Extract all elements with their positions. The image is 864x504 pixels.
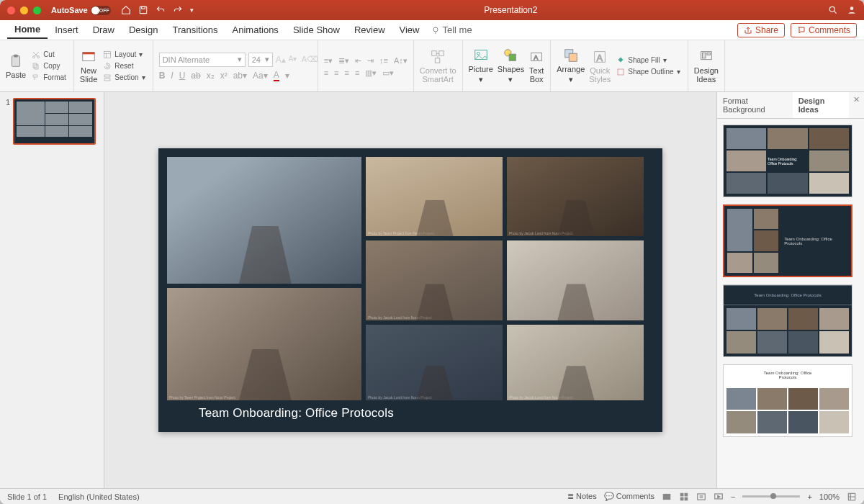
share-button[interactable]: Share: [737, 23, 785, 37]
close-window-button[interactable]: [7, 6, 15, 14]
notes-button[interactable]: ≣ Notes: [567, 492, 597, 501]
photo-meeting[interactable]: Photo by Team Project from Noun Project: [167, 288, 361, 400]
text-box-button[interactable]: A Text Box: [528, 49, 544, 84]
photo-desk-pair[interactable]: Photo by Jacob Lund from Noun Project: [366, 240, 503, 320]
comments-button[interactable]: Comments: [791, 23, 857, 37]
autosave-switch-off[interactable]: [91, 6, 111, 15]
shape-fill-button[interactable]: Shape Fill ▾: [615, 55, 681, 66]
tab-format-background[interactable]: Format Background: [717, 92, 793, 118]
indent-less-icon[interactable]: ⇤: [355, 56, 361, 66]
subscript-icon[interactable]: x₂: [207, 71, 215, 81]
layout-button[interactable]: Layout ▾: [102, 50, 146, 60]
slide-thumbnails-pane[interactable]: 1: [0, 92, 104, 488]
line-spacing-icon[interactable]: ↕≡: [379, 56, 388, 65]
clear-format-icon[interactable]: A⌫: [302, 55, 312, 65]
tab-draw[interactable]: Draw: [86, 22, 122, 38]
design-ideas-list[interactable]: Team Onboarding: Office Protocols Team O…: [717, 119, 864, 488]
tab-design[interactable]: Design: [122, 22, 165, 38]
sorter-view-icon[interactable]: [679, 492, 689, 502]
shapes-button[interactable]: Shapes▾: [498, 48, 524, 84]
copy-button[interactable]: Copy: [30, 61, 68, 71]
account-icon[interactable]: [847, 5, 857, 15]
slide-title[interactable]: Team Onboarding: Office Protocols: [199, 406, 654, 420]
font-name-select[interactable]: DIN Alternate▾: [159, 53, 246, 67]
numbering-icon[interactable]: ≣▾: [338, 56, 349, 66]
slideshow-view-icon[interactable]: [714, 492, 724, 502]
paste-button[interactable]: Paste: [6, 53, 26, 79]
font-size-select[interactable]: 24▾: [248, 53, 273, 67]
tab-home[interactable]: Home: [7, 21, 48, 39]
align-left-icon[interactable]: ≡: [324, 68, 328, 77]
photo-coworking[interactable]: Photo by Jacob Lund from Noun Project: [507, 325, 644, 400]
minimize-window-button[interactable]: [20, 6, 28, 14]
columns-icon[interactable]: ▥▾: [365, 68, 377, 78]
slide-canvas[interactable]: Photo by Team Project from Noun Project …: [104, 92, 716, 488]
tab-slide-show[interactable]: Slide Show: [286, 22, 347, 38]
reset-button[interactable]: Reset: [102, 61, 146, 71]
justify-icon[interactable]: ≡: [355, 68, 359, 77]
photo-presenter[interactable]: [167, 157, 361, 284]
status-language[interactable]: English (United States): [58, 492, 140, 501]
design-idea-3[interactable]: Team Onboarding: Office Protocols: [723, 284, 852, 357]
highlight-icon[interactable]: ab▾: [233, 71, 247, 81]
align-text-icon[interactable]: ▭▾: [382, 68, 394, 78]
autosave-toggle[interactable]: AutoSave: [51, 6, 111, 15]
status-comments-button[interactable]: 💬 Comments: [604, 492, 654, 501]
redo-icon[interactable]: [173, 5, 183, 15]
tab-design-ideas[interactable]: Design Ideas: [793, 92, 849, 118]
text-box-icon: A: [528, 49, 544, 65]
bold-icon[interactable]: B: [159, 71, 166, 81]
undo-icon[interactable]: [156, 5, 166, 15]
cut-button[interactable]: Cut: [30, 50, 68, 60]
zoom-in-icon[interactable]: +: [807, 492, 811, 501]
design-idea-2[interactable]: Team Onboarding: Office Protocols: [723, 204, 852, 277]
text-direction-icon[interactable]: A↕▾: [394, 56, 408, 66]
bullets-icon[interactable]: ≡▾: [324, 56, 333, 66]
grow-font-icon[interactable]: A▴: [276, 55, 286, 65]
new-slide-button[interactable]: New Slide: [80, 49, 97, 84]
photo-laptop-trio[interactable]: [507, 240, 644, 320]
align-center-icon[interactable]: ≡: [334, 68, 338, 77]
normal-view-icon[interactable]: [662, 492, 672, 502]
reading-view-icon[interactable]: [696, 492, 706, 502]
tab-view[interactable]: View: [392, 22, 427, 38]
photo-seated-woman[interactable]: Photo by Team Project from Noun Project: [366, 157, 503, 236]
tab-review[interactable]: Review: [347, 22, 392, 38]
superscript-icon[interactable]: x²: [220, 71, 228, 81]
change-case-icon[interactable]: Aa▾: [253, 71, 268, 81]
underline-icon[interactable]: U: [179, 71, 186, 81]
align-right-icon[interactable]: ≡: [344, 68, 348, 77]
section-button[interactable]: Section ▾: [102, 73, 146, 83]
slide-1[interactable]: Photo by Team Project from Noun Project …: [158, 148, 662, 432]
design-ideas-button[interactable]: Design Ideas: [694, 49, 719, 84]
slide-thumbnail-1[interactable]: 1: [6, 98, 98, 145]
zoom-slider[interactable]: [742, 495, 800, 498]
save-icon[interactable]: [138, 5, 148, 15]
design-idea-4[interactable]: Team Onboarding: Office Protocols: [723, 364, 852, 437]
strike-icon[interactable]: ab: [191, 71, 200, 81]
zoom-level[interactable]: 100%: [819, 492, 840, 501]
format-painter-button[interactable]: Format: [30, 73, 68, 83]
indent-more-icon[interactable]: ⇥: [367, 56, 374, 66]
home-icon[interactable]: [121, 5, 131, 15]
zoom-out-icon[interactable]: −: [731, 492, 735, 501]
photo-laughing-group[interactable]: Photo by Jacob Lund from Noun Project: [507, 157, 644, 236]
picture-button[interactable]: Picture▾: [469, 48, 493, 84]
tell-me-search[interactable]: Tell me: [431, 24, 472, 35]
close-pane-icon[interactable]: ✕: [849, 92, 864, 118]
photo-smiling-woman[interactable]: Photo by Jacob Lund from Noun Project: [366, 325, 503, 400]
design-idea-1[interactable]: Team Onboarding: Office Protocols: [723, 125, 852, 197]
search-icon[interactable]: [828, 5, 838, 15]
font-color-icon[interactable]: A: [274, 70, 279, 81]
zoom-window-button[interactable]: [33, 6, 41, 14]
tab-transitions[interactable]: Transitions: [165, 22, 225, 38]
convert-smartart-button[interactable]: Convert to SmartArt: [420, 49, 456, 84]
italic-icon[interactable]: I: [171, 71, 173, 81]
tab-insert[interactable]: Insert: [48, 22, 86, 38]
arrange-button[interactable]: Arrange▾: [557, 48, 585, 84]
fit-window-icon[interactable]: [847, 492, 857, 502]
quick-styles-button[interactable]: A Quick Styles: [589, 49, 611, 84]
tab-animations[interactable]: Animations: [225, 22, 286, 38]
shrink-font-icon[interactable]: A▾: [289, 55, 299, 65]
shape-outline-button[interactable]: Shape Outline ▾: [615, 67, 681, 77]
